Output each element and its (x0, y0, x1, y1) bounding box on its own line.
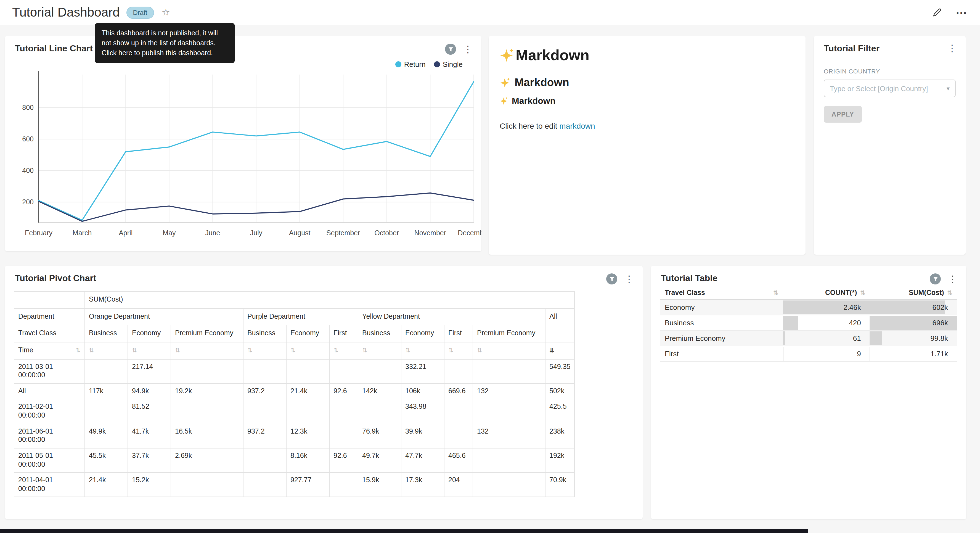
cell-travel-class[interactable]: Business (660, 315, 783, 330)
publish-tooltip[interactable]: This dashboard is not published, it will… (95, 23, 235, 63)
cell-sum[interactable]: 602k (870, 300, 957, 315)
kebab-menu-icon[interactable]: ⋮ (463, 45, 473, 54)
x-axis-tick-label: October (374, 229, 399, 237)
sort-icon: ⇅ (860, 290, 865, 296)
pivot-value-cell (243, 359, 286, 384)
table-row: Business420696k (660, 315, 957, 330)
sort-desc-icon[interactable]: ⇊ (549, 347, 554, 353)
card-actions: ⋮ (606, 273, 634, 284)
sort-icon[interactable]: ⇅ (76, 348, 81, 353)
tutorial-table-body: Economy2.46k602kBusiness420696kPremium E… (660, 300, 957, 362)
select-placeholder: Type or Select [Origin Country] (830, 84, 928, 93)
pivot-value-cell (473, 399, 545, 424)
pivot-value-cell (329, 359, 358, 384)
cell-travel-class[interactable]: Premium Economy (660, 330, 783, 346)
pivot-value-cell: 47.7k (401, 448, 444, 473)
sort-icon[interactable]: ⇅ (132, 347, 137, 353)
filter-indicator-icon[interactable] (930, 273, 941, 284)
sort-icon[interactable]: ⇅ (247, 347, 252, 353)
cell-travel-class[interactable]: Economy (660, 300, 783, 315)
sort-icon[interactable]: ⇅ (448, 347, 453, 353)
cell-sum[interactable]: 696k (870, 315, 957, 330)
pivot-sort-cell: ⇅ (286, 342, 329, 359)
pivot-value-cell: 37.7k (128, 448, 171, 473)
kebab-menu-icon[interactable]: ⋮ (624, 274, 634, 284)
sort-icon[interactable]: ⇅ (290, 347, 295, 353)
cell-sum[interactable]: 1.71k (870, 346, 957, 362)
sort-icon[interactable]: ⇅ (477, 347, 482, 353)
card-header: Tutorial Line Chart ⋮ (5, 36, 482, 55)
column-header-0[interactable]: Travel Class⇅ (660, 286, 783, 300)
favorite-star-icon[interactable]: ☆ (162, 8, 170, 17)
draft-badge[interactable]: Draft (126, 6, 154, 19)
filter-indicator-icon[interactable] (445, 44, 456, 55)
cell-value: 2.46k (843, 303, 865, 311)
pivot-value-cell: 76.9k (358, 424, 401, 448)
pivot-class-header: Economy (128, 326, 171, 342)
pivot-value-cell: 204 (444, 472, 473, 497)
sparkles-icon (500, 77, 511, 88)
filter-title: Tutorial Filter (824, 44, 947, 54)
pivot-class-header: Business (243, 326, 286, 342)
pivot-sort-cell: ⇅ (401, 342, 444, 359)
sort-icon: ⇅ (947, 290, 952, 296)
pivot-sort-row: Time⇅⇅⇅⇅⇅⇅⇅⇅⇅⇅⇅⇊ (14, 342, 574, 359)
cell-count[interactable]: 61 (783, 330, 870, 346)
legend-item-return[interactable]: Return (395, 60, 426, 69)
filter-card: Tutorial Filter ⋮ ORIGIN COUNTRY Type or… (814, 36, 966, 255)
cell-count[interactable]: 420 (783, 315, 870, 330)
sort-icon[interactable]: ⇅ (334, 347, 339, 353)
markdown-paragraph-text: Click here to edit (500, 121, 559, 130)
cell-travel-class[interactable]: First (660, 346, 783, 362)
cell-count[interactable]: 9 (783, 346, 870, 362)
pivot-value-cell: 217.14 (128, 359, 171, 384)
pivot-value-cell (444, 424, 473, 448)
sort-icon[interactable]: ⇅ (175, 347, 180, 353)
sort-icon[interactable]: ⇅ (89, 347, 94, 353)
pivot-header-measure-row: SUM(Cost) (14, 291, 574, 308)
column-header-2[interactable]: SUM(Cost)⇅ (870, 286, 957, 300)
origin-country-select[interactable]: Type or Select [Origin Country] ▾ (824, 80, 956, 97)
pivot-time-label: Time (18, 346, 33, 355)
pivot-value-cell: 549.35 (545, 359, 574, 384)
pivot-row: 2011-05-01 00:00:0045.5k37.7k2.69k8.16k9… (14, 448, 574, 473)
pivot-row: 2011-06-01 00:00:0049.9k41.7k16.5k937.21… (14, 424, 574, 448)
pivot-sort-cell: ⇅ (473, 342, 545, 359)
more-ellipsis-icon[interactable]: ⋯ (956, 7, 967, 18)
y-axis-tick-label: 800 (22, 104, 34, 111)
column-header-1[interactable]: COUNT(*)⇅ (783, 286, 870, 300)
pivot-value-cell: 332.21 (401, 359, 444, 384)
pivot-value-cell: 41.7k (128, 424, 171, 448)
pivot-value-cell: 425.5 (545, 399, 574, 424)
tutorial-table: Travel Class⇅COUNT(*)⇅SUM(Cost)⇅ Economy… (660, 286, 957, 362)
value-bar (870, 347, 870, 361)
pivot-class-header: Business (358, 326, 401, 342)
legend-item-single[interactable]: Single (434, 60, 463, 69)
pivot-value-cell: 2.69k (171, 448, 243, 473)
x-axis-tick-label: May (162, 229, 176, 237)
markdown-edit-link[interactable]: markdown (559, 121, 595, 130)
pivot-value-cell: 49.9k (85, 424, 128, 448)
sort-icon[interactable]: ⇅ (362, 347, 367, 353)
table-row: Economy2.46k602k (660, 300, 957, 315)
sort-icon[interactable]: ⇅ (405, 347, 410, 353)
apply-button[interactable]: APPLY (824, 106, 862, 123)
pivot-value-cell: 937.2 (243, 424, 286, 448)
edit-pencil-icon[interactable] (932, 7, 942, 18)
kebab-menu-icon[interactable]: ⋮ (948, 274, 957, 284)
cell-value: 9 (857, 349, 865, 358)
cell-count[interactable]: 2.46k (783, 300, 870, 315)
pivot-value-cell (329, 424, 358, 448)
pivot-value-cell: 192k (545, 448, 574, 473)
pivot-value-cell: 45.5k (85, 448, 128, 473)
markdown-card: Markdown Markdown Markdown Click here to… (488, 36, 805, 255)
pivot-row: 2011-03-01 00:00:00217.14332.21549.35 (14, 359, 574, 384)
pivot-class-header: Premium Economy (171, 326, 243, 342)
filter-indicator-icon[interactable] (606, 273, 617, 284)
pivot-value-cell (85, 359, 128, 384)
pivot-value-cell (473, 472, 545, 497)
pivot-value-cell: 132 (473, 424, 545, 448)
kebab-menu-icon[interactable]: ⋮ (947, 44, 957, 53)
pivot-value-cell (473, 448, 545, 473)
cell-sum[interactable]: 99.8k (870, 330, 957, 346)
